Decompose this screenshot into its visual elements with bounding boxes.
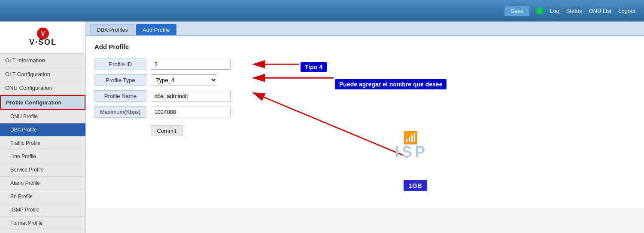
profile-type-row: Profile Type Type_1 Type_2 Type_3 Type_4…	[94, 72, 235, 88]
save-button[interactable]: Save	[504, 6, 529, 16]
commit-button[interactable]: Commit	[151, 126, 183, 136]
profile-id-label: Profile ID	[94, 58, 146, 70]
svg-line-6	[253, 93, 408, 157]
maximum-input[interactable]	[151, 107, 231, 117]
sidebar-item-olt-info[interactable]: OLT Information	[0, 54, 85, 67]
wifi-icon: 📶	[403, 131, 420, 145]
gb-badge: 1GB	[404, 180, 427, 191]
logo-area: V V·SOL	[0, 21, 85, 54]
sidebar-item-pri-profile[interactable]: Pri Profile	[0, 190, 85, 203]
isp-watermark: 📶 ISP	[395, 131, 428, 161]
sidebar-item-alarm-profile[interactable]: Alarm Profile	[0, 177, 85, 190]
status-link[interactable]: Status	[566, 8, 582, 14]
sidebar-item-olt-config[interactable]: OLT Configuration	[0, 67, 85, 81]
logout-link[interactable]: Logout	[618, 8, 635, 14]
add-profile-form: Profile ID Profile Type Type_1 Type_2 Ty…	[94, 56, 235, 138]
sidebar-item-traffic-profile[interactable]: Traffic Profile	[0, 137, 85, 150]
content-area: Add Profile Profile ID Profile Type Type…	[86, 36, 644, 208]
profile-name-row: Profile Name	[94, 88, 235, 104]
tab-bar: DBA Profiles Add Profile	[86, 21, 644, 36]
profile-name-input[interactable]	[151, 91, 231, 101]
svg-text:V: V	[41, 30, 45, 37]
profile-id-row: Profile ID	[94, 56, 235, 72]
tipo4-annotation: Tipo 4	[301, 62, 327, 72]
main-content: DBA Profiles Add Profile Add Profile Pro…	[86, 21, 644, 233]
profile-type-select[interactable]: Type_1 Type_2 Type_3 Type_4 Type_5	[151, 74, 217, 86]
commit-row: Commit	[94, 120, 235, 138]
sidebar-item-profile-config[interactable]: Profile Configuration	[0, 95, 85, 110]
log-link[interactable]: Log	[550, 8, 559, 14]
status-dot	[536, 7, 543, 14]
onu-list-link[interactable]: ONU List	[589, 8, 612, 14]
sidebar-item-onu-config[interactable]: ONU Configuration	[0, 81, 85, 95]
sidebar: V V·SOL OLT Information OLT Configuratio…	[0, 21, 86, 233]
maximum-label: Maximum(Kbps)	[94, 106, 146, 118]
nombre-annotation: Puede agregar el nombre que desee	[335, 79, 447, 89]
maximum-row: Maximum(Kbps)	[94, 104, 235, 120]
tab-add-profile[interactable]: Add Profile	[136, 24, 176, 35]
isp-text: ISP	[395, 143, 428, 161]
vsol-logo: V V·SOL	[17, 26, 69, 49]
svg-text:V·SOL: V·SOL	[29, 38, 56, 46]
sidebar-item-line-profile[interactable]: Line Profile	[0, 150, 85, 163]
sidebar-item-format-profile[interactable]: Format Profile	[0, 217, 85, 230]
sidebar-item-igmp-profile[interactable]: IGMP Profile	[0, 203, 85, 217]
layout: V V·SOL OLT Information OLT Configuratio…	[0, 21, 644, 233]
page-title: Add Profile	[94, 43, 635, 50]
sidebar-item-bind-profile[interactable]: Bind Profile	[0, 230, 85, 233]
sidebar-item-dba-profile[interactable]: DBA Profile	[0, 123, 85, 137]
tab-dba-profiles[interactable]: DBA Profiles	[90, 24, 134, 35]
profile-id-input[interactable]	[151, 59, 231, 70]
top-header: Save Log Status ONU List Logout	[0, 0, 644, 21]
sidebar-item-onu-profile[interactable]: ONU Profile	[0, 110, 85, 123]
profile-name-label: Profile Name	[94, 90, 146, 102]
profile-type-label: Profile Type	[94, 74, 146, 86]
sidebar-item-service-profile[interactable]: Service Profile	[0, 163, 85, 177]
